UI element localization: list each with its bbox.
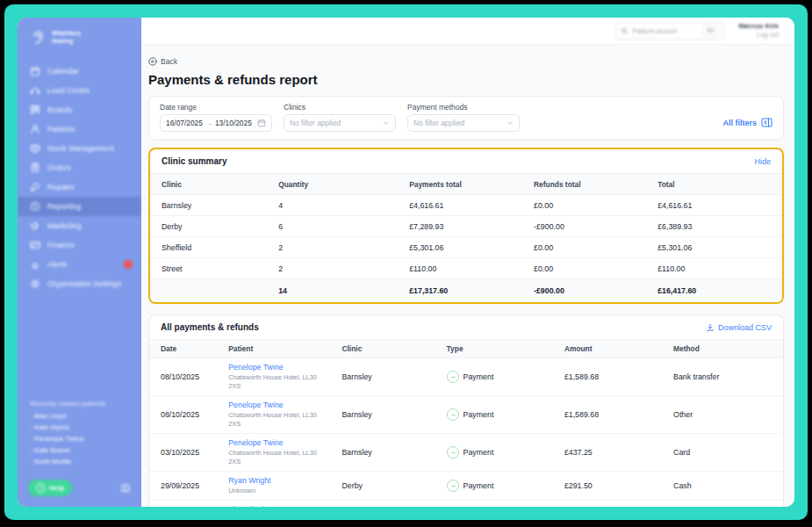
payment-type: → Payment xyxy=(435,396,553,433)
recent-patient-link[interactable]: Kate Bower xyxy=(30,446,131,454)
user-menu: Marcus Kirk Log out xyxy=(738,22,779,40)
patient-link[interactable]: Penelope Twine xyxy=(228,438,283,447)
sidebar-item-lead-centre[interactable]: Lead Centre xyxy=(18,81,141,100)
summary-payments-total: £4,616.61 xyxy=(398,195,522,215)
patient-link[interactable]: Penelope Twine xyxy=(228,401,283,409)
payment-patient: Penelope Twine Chatsworth House Hotel, L… xyxy=(217,396,330,433)
summary-clinic xyxy=(150,279,267,302)
teal-frame: Whalebury Hearing Calendar Lead Centre B… xyxy=(4,4,808,520)
payment-method: Bank transfer xyxy=(662,358,783,395)
back-arrow-icon xyxy=(148,57,157,66)
patient-link[interactable]: Ryan Wright xyxy=(228,476,270,485)
clinic-summary-row: Sheffield 2 £5,301.06 £0.00 £5,301.06 xyxy=(150,236,782,257)
logout-link[interactable]: Log out xyxy=(738,31,779,40)
question-icon: ? xyxy=(36,483,46,493)
patient-address: Unknown xyxy=(228,487,255,495)
patient-link[interactable]: Penelope Twine xyxy=(228,363,283,372)
sidebar: Whalebury Hearing Calendar Lead Centre B… xyxy=(18,18,141,507)
payment-methods-label: Payment methods xyxy=(407,103,520,112)
recent-patient-link[interactable]: Kate Myers xyxy=(30,423,131,431)
sidebar-item-calendar[interactable]: Calendar xyxy=(18,61,141,81)
sidebar-item-patients[interactable]: Patients xyxy=(18,119,141,139)
payment-arrow-icon: → xyxy=(447,371,459,383)
all-filters-link[interactable]: All filters xyxy=(722,118,772,127)
brand-logo: Whalebury Hearing xyxy=(18,18,141,47)
sidebar-spacer xyxy=(18,293,141,400)
hide-summary-link[interactable]: Hide xyxy=(754,157,771,166)
payment-date: 26/09/2025 xyxy=(149,501,217,507)
alerts-icon xyxy=(30,259,40,270)
summary-refunds-total: -£900.00 xyxy=(522,279,646,302)
sidebar-item-boards[interactable]: Boards xyxy=(18,100,141,119)
filters-card: Date range 16/07/2025 → 13/10/2025 Clini… xyxy=(148,96,784,141)
payments-header-row: DatePatientClinicTypeAmountMethod xyxy=(149,339,783,357)
date-start-value[interactable]: 16/07/2025 xyxy=(166,119,203,127)
payment-methods-field: Payment methods No filter applied xyxy=(407,103,520,132)
patient-link[interactable]: Alan Lloyd xyxy=(228,505,264,507)
column-header: Clinic xyxy=(150,174,267,194)
payment-amount: £1,589.68 xyxy=(553,396,662,433)
sidebar-item-repairs[interactable]: Repairs xyxy=(18,177,141,197)
page-title: Payments & refunds report xyxy=(148,72,784,87)
payment-type: → Payment xyxy=(435,501,553,507)
column-header: Type xyxy=(435,340,553,357)
sidebar-item-reporting[interactable]: Reporting xyxy=(18,197,141,216)
brand-line2: Hearing xyxy=(52,38,81,45)
finance-icon xyxy=(30,240,40,250)
sidebar-item-finance[interactable]: Finance xyxy=(18,235,141,255)
payment-amount: £291.50 xyxy=(553,472,662,500)
date-arrow-icon: → xyxy=(205,119,212,127)
payment-method: Other xyxy=(662,396,783,433)
sidebar-item-organisation-settings[interactable]: Organisation Settings xyxy=(18,274,141,293)
back-button[interactable]: Back xyxy=(148,57,177,66)
recent-patient-link[interactable]: Penelope Twine xyxy=(30,435,131,443)
date-end-value[interactable]: 13/10/2025 xyxy=(215,119,252,127)
date-range-input[interactable]: 16/07/2025 → 13/10/2025 xyxy=(160,114,272,132)
clinic-summary-table: ClinicQuantityPayments totalRefunds tota… xyxy=(150,173,782,302)
clinic-summary-total-row: 14£17,317.60-£900.00£16,417.60 xyxy=(150,278,782,302)
patient-search-input[interactable]: Patient search ⌘K xyxy=(615,22,724,40)
search-placeholder: Patient search xyxy=(632,27,677,35)
payment-method: Card xyxy=(662,434,783,471)
column-header: Method xyxy=(662,340,783,357)
sidebar-item-stock-management[interactable]: Stock Management xyxy=(18,139,141,158)
summary-payments-total: £5,301.06 xyxy=(398,237,522,257)
column-header: Date xyxy=(149,340,217,357)
summary-quantity: 14 xyxy=(267,279,398,302)
date-range-field: Date range 16/07/2025 → 13/10/2025 xyxy=(160,103,272,132)
organisation-settings-icon xyxy=(30,278,40,289)
sidebar-item-marketing[interactable]: Marketing xyxy=(18,216,141,235)
column-header: Total xyxy=(646,174,782,194)
sidebar-item-alerts[interactable]: Alerts xyxy=(18,255,141,274)
payment-row: 29/09/2025 Ryan Wright Unknown Derby → P… xyxy=(149,471,783,500)
recently-viewed-panel: Recently viewed patients Alan LloydKate … xyxy=(18,400,141,474)
chevron-down-icon xyxy=(383,119,390,126)
orders-icon xyxy=(30,162,40,173)
marketing-icon xyxy=(30,220,40,231)
column-header: Quantity xyxy=(267,174,398,194)
summary-quantity: 4 xyxy=(267,195,398,215)
download-icon xyxy=(706,323,715,332)
clinic-summary-row: Barnsley 4 £4,616.61 £0.00 £4,616.61 xyxy=(150,194,782,215)
lead-centre-icon xyxy=(30,85,40,96)
clinic-summary-card: Clinic summary Hide ClinicQuantityPaymen… xyxy=(148,148,784,304)
reporting-icon xyxy=(30,201,40,212)
summary-clinic: Derby xyxy=(150,216,267,236)
payment-patient: Ryan Wright Unknown xyxy=(217,472,330,500)
sidebar-item-orders[interactable]: Orders xyxy=(18,158,141,177)
payment-date: 08/10/2025 xyxy=(149,396,217,433)
recently-viewed-title: Recently viewed patients xyxy=(30,400,131,408)
payment-clinic: Barnsley xyxy=(330,396,435,433)
search-shortcut-badge: ⌘K xyxy=(702,25,719,36)
payment-type: → Payment xyxy=(435,472,553,500)
book-icon[interactable] xyxy=(120,483,131,494)
recent-patient-link[interactable]: Alan Lloyd xyxy=(30,412,131,420)
payments-card: All payments & refunds Download CSV Date… xyxy=(148,314,784,507)
download-csv-link[interactable]: Download CSV xyxy=(706,323,772,332)
clinics-select[interactable]: No filter applied xyxy=(284,114,396,132)
clinic-summary-row: Street 2 £110.00 £0.00 £110.00 xyxy=(150,257,782,278)
recent-patient-link[interactable]: Keith Mottle xyxy=(30,458,131,466)
payment-methods-select[interactable]: No filter applied xyxy=(407,114,520,132)
payment-method: Cash xyxy=(662,472,783,500)
help-button[interactable]: ? Help xyxy=(28,480,72,496)
